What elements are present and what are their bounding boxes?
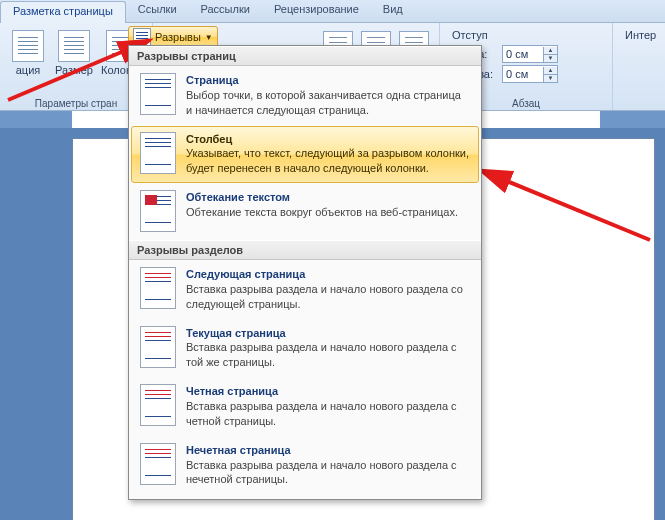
ribbon-tabs: Разметка страницы Ссылки Рассылки Реценз…	[0, 0, 665, 23]
even-page-icon	[140, 384, 176, 426]
tab-view[interactable]: Вид	[371, 0, 415, 22]
breaks-icon	[133, 28, 151, 46]
size-icon	[58, 30, 90, 62]
indent-right-field[interactable]: 0 см ▲▼	[502, 65, 558, 83]
indent-left-spinner[interactable]: ▲▼	[543, 47, 557, 62]
indent-right-value: 0 см	[503, 68, 543, 80]
menu-item-even-title: Четная страница	[186, 384, 470, 399]
orientation-button[interactable]: ация	[6, 25, 50, 77]
odd-page-icon	[140, 443, 176, 485]
page-break-icon	[140, 73, 176, 115]
tab-review[interactable]: Рецензирование	[262, 0, 371, 22]
indent-left-field[interactable]: 0 см ▲▼	[502, 45, 558, 63]
menu-item-next-desc: Вставка разрыва раздела и начало нового …	[186, 282, 470, 312]
menu-item-next-page[interactable]: Следующая страница Вставка разрыва разде…	[131, 261, 479, 319]
continuous-icon	[140, 326, 176, 368]
menu-item-page-title: Страница	[186, 73, 470, 88]
orientation-label: ация	[16, 64, 41, 76]
spacing-heading: Интер	[625, 29, 656, 41]
breaks-menu: Разрывы страниц Страница Выбор точки, в …	[128, 45, 482, 500]
page-breaks-header: Разрывы страниц	[129, 46, 481, 66]
column-break-icon	[140, 132, 176, 174]
menu-item-cont-title: Текущая страница	[186, 326, 470, 341]
menu-item-page[interactable]: Страница Выбор точки, в которой заканчив…	[131, 67, 479, 125]
menu-item-continuous[interactable]: Текущая страница Вставка разрыва раздела…	[131, 320, 479, 378]
menu-item-even-page[interactable]: Четная страница Вставка разрыва раздела …	[131, 378, 479, 436]
menu-item-cont-desc: Вставка разрыва раздела и начало нового …	[186, 340, 470, 370]
menu-item-wrap-desc: Обтекание текста вокруг объектов на веб-…	[186, 205, 470, 220]
menu-item-next-title: Следующая страница	[186, 267, 470, 282]
size-label: Размер	[55, 64, 93, 76]
menu-item-column-title: Столбец	[186, 132, 470, 147]
menu-item-column-desc: Указывает, что текст, следующий за разры…	[186, 146, 470, 176]
indent-right-spinner[interactable]: ▲▼	[543, 67, 557, 82]
section-breaks-header: Разрывы разделов	[129, 240, 481, 260]
tab-mailings[interactable]: Рассылки	[189, 0, 262, 22]
menu-item-odd-page[interactable]: Нечетная страница Вставка разрыва раздел…	[131, 437, 479, 495]
menu-item-page-desc: Выбор точки, в которой заканчивается одн…	[186, 88, 470, 118]
menu-item-column[interactable]: Столбец Указывает, что текст, следующий …	[131, 126, 479, 184]
tab-page-layout[interactable]: Разметка страницы	[0, 1, 126, 23]
menu-item-odd-title: Нечетная страница	[186, 443, 470, 458]
next-page-icon	[140, 267, 176, 309]
group-spacing: Интер	[613, 23, 665, 111]
orientation-icon	[12, 30, 44, 62]
menu-item-wrap-title: Обтекание текстом	[186, 190, 470, 205]
indent-left-value: 0 см	[503, 48, 543, 60]
text-wrapping-icon	[140, 190, 176, 232]
tab-references[interactable]: Ссылки	[126, 0, 189, 22]
menu-item-text-wrapping[interactable]: Обтекание текстом Обтекание текста вокру…	[131, 184, 479, 239]
menu-item-odd-desc: Вставка разрыва раздела и начало нового …	[186, 458, 470, 488]
menu-item-even-desc: Вставка разрыва раздела и начало нового …	[186, 399, 470, 429]
chevron-down-icon: ▼	[205, 33, 213, 42]
breaks-label: Разрывы	[155, 31, 201, 43]
indent-heading: Отступ	[452, 29, 600, 41]
size-button[interactable]: Размер	[52, 25, 96, 77]
